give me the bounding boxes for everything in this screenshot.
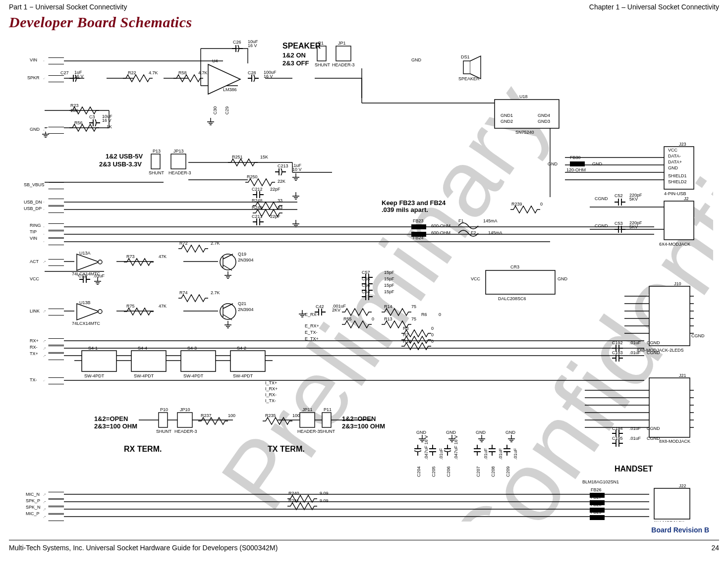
r241v: 9.09 <box>320 498 329 503</box>
q19: Q19 <box>238 252 246 257</box>
gnd-h1: GND <box>416 430 426 435</box>
ohm600b: 600-OHM <box>431 230 450 235</box>
itxn: I_TX- <box>265 398 276 403</box>
r13: R13 <box>384 316 392 321</box>
c192v: .01uF <box>629 340 641 345</box>
arrow-in-icon <box>44 377 70 384</box>
cgnd195: CGND <box>647 436 660 441</box>
arrow-in-icon <box>44 75 70 82</box>
sig-usbdp: USB_DP <box>24 206 42 211</box>
r56v: 1K <box>107 124 112 129</box>
svg-point-3 <box>98 310 102 314</box>
jp13: JP13 <box>173 149 184 154</box>
etxp: E_TX+ <box>305 336 319 341</box>
arrow-in-icon <box>44 353 70 360</box>
hdr4: HEADER-3 <box>297 429 320 434</box>
c26v: 10uF 16 V <box>248 40 258 48</box>
c194: C194 <box>612 426 623 431</box>
j22t: 4X4-MODJACK <box>653 520 684 522</box>
r237v: 100 <box>228 413 235 418</box>
arrow-in-icon <box>44 514 70 521</box>
r14v: 75 <box>411 304 416 309</box>
arrow-in-icon <box>44 346 70 353</box>
p11: P11 <box>324 407 332 412</box>
speaker-title: SPEAKER <box>282 42 321 51</box>
r3: R3 <box>403 326 409 331</box>
c55v: 15pF <box>384 276 394 281</box>
keep-fb: Keep FB23 and FB24 .039 mils apart. <box>382 200 446 213</box>
hdr3: HEADER-3 <box>174 429 197 434</box>
r75: R75 <box>126 304 135 309</box>
ohm120: 120-OHM <box>566 167 586 172</box>
footer-rule <box>9 540 719 540</box>
c194v: .01uF <box>629 426 641 431</box>
page-number: 24 <box>711 544 719 552</box>
irxn: I_RX- <box>265 392 277 397</box>
sn75240: SN75240 <box>515 130 534 135</box>
c27v: 1uF 16 V <box>74 70 84 78</box>
speakerpart: SPEAKER <box>458 76 480 81</box>
c54v: 15pF <box>384 289 394 294</box>
r235: R235 <box>265 413 276 418</box>
r239: R239 <box>511 202 522 207</box>
c208v: .01uF <box>498 448 503 460</box>
c212: C212 <box>252 187 263 192</box>
r74v: 2.7K <box>211 290 220 295</box>
sig-rxp: RX+ <box>30 338 39 343</box>
rx-term: RX TERM. <box>124 445 162 454</box>
c29: C29 <box>224 106 229 115</box>
vcc-cr3: VCC <box>471 276 480 281</box>
sw4l: SW-4PDT <box>233 373 253 378</box>
c26: C26 <box>233 40 241 45</box>
svg-rect-15 <box>159 413 168 427</box>
r75v: 47K <box>159 304 167 309</box>
r2: R2 <box>403 332 409 337</box>
j10t: 8X8-MODJACK-2LEDS <box>637 348 684 353</box>
j23: J23 <box>679 142 686 147</box>
arrow-in-icon <box>44 507 70 514</box>
svg-rect-10 <box>230 351 265 371</box>
page-title: Developer Board Schematics <box>0 12 728 34</box>
j23g: GND <box>668 165 678 170</box>
r240v: 9.09 <box>320 491 329 496</box>
j21t: 8X8-MODJACK <box>659 439 690 444</box>
r3v: 0 <box>431 326 434 331</box>
r251: R251 <box>232 155 243 159</box>
sig-tip: TIP <box>30 229 37 234</box>
arrow-io-icon <box>44 182 70 189</box>
r14: R14 <box>384 304 392 309</box>
p1: P1 <box>318 41 324 46</box>
c30: C30 <box>213 106 218 115</box>
r55: R55 <box>343 316 352 321</box>
tx-term: TX TERM. <box>268 445 305 454</box>
sig-vin2: VIN <box>30 236 37 241</box>
arrow-in-icon <box>44 231 70 238</box>
arrow-in-icon <box>44 338 70 345</box>
c209: C209 <box>505 466 510 477</box>
c57v: 15pF <box>384 270 394 275</box>
c42: C42 <box>316 304 324 309</box>
speaker-on: 1&2 ON <box>282 52 306 59</box>
sig-spkr: SPKR <box>27 75 40 80</box>
r249v: 33 <box>278 205 282 210</box>
gnd-spk: GND <box>411 57 421 62</box>
c205v: .01uF <box>439 448 444 460</box>
c208: C208 <box>491 466 496 477</box>
r10v: 0 <box>431 339 434 344</box>
r241: R241 <box>288 498 299 503</box>
fb26: FB26 <box>591 487 602 492</box>
r249: R249 <box>252 205 263 210</box>
r248v: 33 <box>278 198 282 203</box>
shunt3: SHUNT <box>156 429 171 434</box>
fb29: FB29 <box>591 510 602 515</box>
u18: U18 <box>519 94 528 99</box>
j21: J21 <box>679 373 686 378</box>
c55: C55 <box>362 276 370 281</box>
sw2: SW-4PDT <box>134 373 154 378</box>
c207v: .01uF <box>483 448 488 460</box>
jp1: JP1 <box>338 41 346 46</box>
r58: R58 <box>178 70 187 75</box>
arrow-in-icon <box>44 238 70 245</box>
arrow-in-icon <box>44 127 70 134</box>
c213: C213 <box>278 163 288 168</box>
